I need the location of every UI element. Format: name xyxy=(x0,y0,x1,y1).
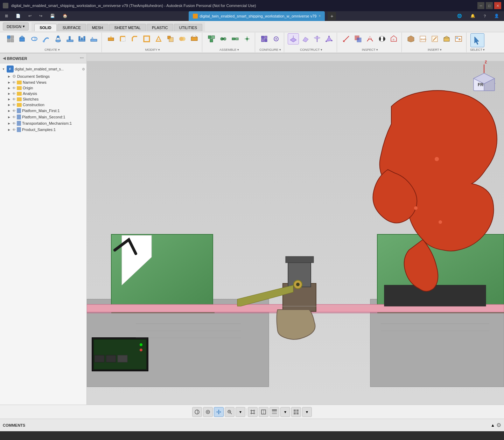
tab-surface[interactable]: SURFACE xyxy=(57,24,86,31)
tab-fusion-icon xyxy=(193,14,198,19)
rib-tool[interactable] xyxy=(64,33,76,44)
scale-tool[interactable] xyxy=(165,33,176,44)
close-button[interactable]: ✕ xyxy=(494,2,501,9)
comments-settings[interactable]: ⚙ xyxy=(496,422,501,428)
menu-undo[interactable]: ↩ xyxy=(25,12,35,20)
plane-at-angle-tool[interactable] xyxy=(300,33,311,44)
combine-tool[interactable] xyxy=(177,33,188,44)
comments-expand[interactable]: ▲ xyxy=(491,423,495,428)
display-settings[interactable] xyxy=(270,407,279,417)
fit-all-tool[interactable] xyxy=(248,407,258,417)
menu-redo[interactable]: ↪ xyxy=(36,12,46,20)
menu-file[interactable]: 📄 xyxy=(12,12,24,20)
configure-2[interactable] xyxy=(271,33,282,44)
tab-solid[interactable]: SOLID xyxy=(34,24,57,31)
replace-face-tool[interactable] xyxy=(189,33,200,44)
minimize-button[interactable]: ─ xyxy=(477,2,484,9)
offset-plane-tool[interactable] xyxy=(288,33,299,44)
tree-origin[interactable]: ▶ 👁 Origin xyxy=(0,85,86,91)
tree-doc-settings[interactable]: ▶ ⚙ Document Settings xyxy=(0,73,86,80)
zoom-dropdown[interactable]: ▾ xyxy=(236,407,245,417)
curvature-comb-tool[interactable] xyxy=(364,33,376,44)
view-cube[interactable]: Z FRONT xyxy=(468,59,500,95)
chamfer-tool[interactable] xyxy=(129,33,140,44)
menu-apps[interactable]: ⊞ xyxy=(1,12,12,20)
design-mode-button[interactable]: DESIGN ▾ xyxy=(3,22,29,30)
as-built-joint-tool[interactable] xyxy=(230,33,241,44)
orbit-tool[interactable] xyxy=(192,407,202,417)
tab-plastic[interactable]: PLASTIC xyxy=(147,24,173,31)
tree-named-views[interactable]: ▶ 👁 Named Views xyxy=(0,80,86,85)
pan-tool[interactable] xyxy=(214,407,224,417)
tree-root[interactable]: ▼ F digital_twin_enabled_smart_s... ⚙ xyxy=(0,65,86,73)
origin-label: Origin xyxy=(23,86,85,90)
sweep-tool[interactable] xyxy=(41,33,52,44)
loft-tool[interactable] xyxy=(52,33,64,44)
canvas-tool[interactable] xyxy=(453,33,464,44)
joint-origin-tool[interactable] xyxy=(241,33,253,44)
visual-dropdown[interactable]: ▾ xyxy=(302,407,312,417)
svg-rect-48 xyxy=(265,39,267,42)
insert-dxf-tool[interactable] xyxy=(429,33,440,44)
select-tool[interactable] xyxy=(470,33,484,47)
insert-mesh-tool[interactable] xyxy=(405,33,416,44)
visual-settings[interactable] xyxy=(291,407,301,417)
zoom-tool[interactable] xyxy=(225,407,234,417)
svg-rect-113 xyxy=(94,355,104,362)
tree-construction[interactable]: ▶ 👁 Construction xyxy=(0,102,86,108)
active-tab[interactable]: digital_twin_enabled_smart_shipping_work… xyxy=(189,11,325,21)
select-group: SELECT ▾ xyxy=(468,33,487,52)
svg-point-58 xyxy=(328,36,330,37)
svg-rect-92 xyxy=(384,285,486,306)
fillet-tool[interactable] xyxy=(117,33,128,44)
tree-transportation-mechanism[interactable]: ▶ 👁 Transportation_Mechanism:1 xyxy=(0,120,86,126)
tree-analysis[interactable]: ▶ 👁 Analysis xyxy=(0,91,86,96)
press-pull-tool[interactable] xyxy=(105,33,117,44)
look-at-tool[interactable] xyxy=(203,407,213,417)
help-button[interactable]: ? xyxy=(480,13,489,20)
tree-sketches[interactable]: ▶ 👁 Sketches xyxy=(0,96,86,102)
draft-analysis-tool[interactable]: α xyxy=(388,33,399,44)
section-analysis[interactable] xyxy=(259,407,268,417)
extrude-tool[interactable] xyxy=(17,33,28,44)
tab-mesh[interactable]: MESH xyxy=(87,24,108,31)
tree-platform-main-first[interactable]: ▶ 👁 Platform_Main_First:1 xyxy=(0,108,86,114)
interference-tool[interactable] xyxy=(352,33,364,44)
maximize-button[interactable]: □ xyxy=(486,2,493,9)
add-tab-button[interactable]: + xyxy=(328,12,336,20)
browser-title: BROWSER xyxy=(7,56,27,61)
svg-point-9 xyxy=(57,36,59,38)
menu-save[interactable]: 💾 xyxy=(47,12,58,20)
zebra-tool[interactable] xyxy=(376,33,387,44)
pmf-label: Platform_Main_First:1 xyxy=(22,109,85,113)
svg-rect-157 xyxy=(296,410,299,412)
menu-home[interactable]: 🏠 xyxy=(59,12,71,20)
revolve-tool[interactable] xyxy=(29,33,40,44)
tab-sheet-metal[interactable]: SHEET METAL xyxy=(109,24,146,31)
web-tool[interactable] xyxy=(76,33,88,44)
decal-tool[interactable] xyxy=(441,33,452,44)
emboss-tool[interactable]: A xyxy=(88,33,99,44)
updates-button[interactable]: 🔔 xyxy=(467,12,479,20)
grid-settings[interactable]: ▾ xyxy=(280,407,290,417)
browser-menu[interactable]: ⋯ xyxy=(80,56,84,61)
tab-utilities[interactable]: UTILITIES xyxy=(174,24,202,31)
joint-tool[interactable] xyxy=(218,33,229,44)
configure-tool[interactable] xyxy=(259,33,270,44)
draft-tool[interactable] xyxy=(153,33,164,44)
viewport[interactable]: Z FRONT xyxy=(87,54,504,405)
tree-product-samples[interactable]: ▶ 👁 Product_Samples:1 xyxy=(0,126,86,133)
root-settings[interactable]: ⚙ xyxy=(82,67,85,71)
tree-platform-main-second[interactable]: ▶ 👁 Platform_Main_Second:1 xyxy=(0,114,86,120)
assemble-component-tool[interactable] xyxy=(206,33,217,44)
plane-3-points-tool[interactable] xyxy=(323,33,335,44)
insert-svg-tool[interactable]: SVG xyxy=(417,33,428,44)
account-button[interactable]: 👤 xyxy=(491,12,503,20)
measure-tool[interactable] xyxy=(341,33,352,44)
shell-tool[interactable] xyxy=(141,33,152,44)
new-component-tool[interactable] xyxy=(5,33,16,44)
browser-collapse[interactable]: ◀ xyxy=(3,56,6,61)
online-indicator[interactable]: 🌐 xyxy=(454,12,465,20)
tab-close-button[interactable]: × xyxy=(318,14,321,18)
midplane-tool[interactable] xyxy=(312,33,323,44)
